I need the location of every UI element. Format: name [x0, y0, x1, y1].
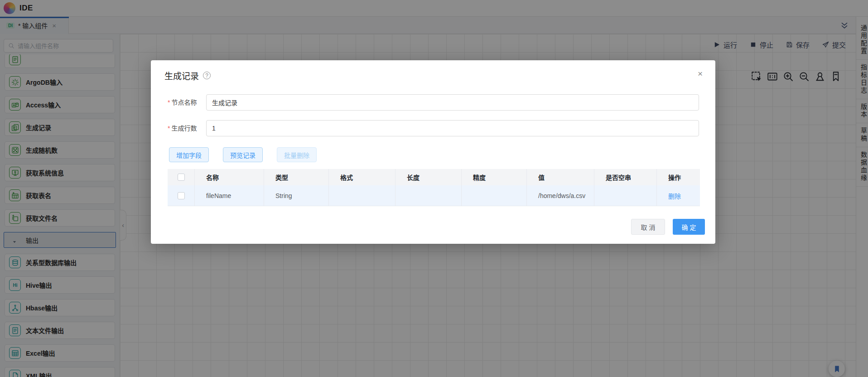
cell-精度 — [462, 185, 527, 206]
app-root: IDE DI * 输入组件 × 通用配置指标日志版本草稿数据血缘 ArgoDB输… — [0, 0, 868, 377]
row-count-input[interactable] — [206, 120, 699, 136]
node-name-label: *节点名称 — [168, 94, 197, 111]
row-select-cell — [168, 185, 195, 206]
row-count-field-row: *生成行数 — [151, 120, 715, 136]
cell-是否空串 — [594, 185, 657, 206]
cell-值: /home/dws/a.csv — [527, 185, 594, 206]
node-name-field-row: *节点名称 — [151, 94, 715, 111]
column-header-名称: 名称 — [195, 169, 264, 185]
table-row: fileNameString/home/dws/a.csv删除 — [168, 185, 700, 206]
column-header-格式: 格式 — [329, 169, 395, 185]
required-asterisk: * — [168, 99, 170, 106]
modal-footer: 取 消 确 定 — [631, 219, 705, 235]
column-header-长度: 长度 — [395, 169, 462, 185]
column-header-值: 值 — [527, 169, 594, 185]
cell-类型: String — [264, 185, 329, 206]
node-name-input[interactable] — [206, 94, 699, 111]
delete-row-link[interactable]: 删除 — [657, 185, 700, 206]
select-all-cell — [168, 169, 195, 185]
column-header-操作: 操作 — [657, 169, 700, 185]
generate-records-modal: 生成记录 ? × *节点名称 *生成行数 增加字段预览记录批量删除 名称类型格式… — [151, 60, 715, 244]
select-all-checkbox[interactable] — [178, 174, 185, 181]
fields-table: 名称类型格式长度精度值是否空串操作fileNameString/home/dws… — [168, 169, 700, 206]
column-header-是否空串: 是否空串 — [594, 169, 657, 185]
cell-格式 — [329, 185, 395, 206]
table-header-row: 名称类型格式长度精度值是否空串操作 — [168, 169, 700, 185]
confirm-button[interactable]: 确 定 — [673, 219, 705, 235]
批量删除-button: 批量删除 — [277, 147, 317, 162]
cancel-button[interactable]: 取 消 — [631, 219, 665, 235]
modal-close-icon[interactable]: × — [698, 69, 703, 78]
row-checkbox[interactable] — [178, 192, 185, 199]
column-header-精度: 精度 — [462, 169, 527, 185]
cell-名称: fileName — [195, 185, 264, 206]
required-asterisk: * — [168, 125, 170, 132]
增加字段-button[interactable]: 增加字段 — [169, 147, 209, 162]
row-count-label: *生成行数 — [168, 120, 197, 136]
modal-title: 生成记录 — [164, 69, 199, 82]
cell-长度 — [395, 185, 462, 206]
field-actions: 增加字段预览记录批量删除 — [169, 147, 317, 162]
help-icon[interactable]: ? — [203, 72, 211, 79]
预览记录-button[interactable]: 预览记录 — [223, 147, 263, 162]
column-header-类型: 类型 — [264, 169, 329, 185]
